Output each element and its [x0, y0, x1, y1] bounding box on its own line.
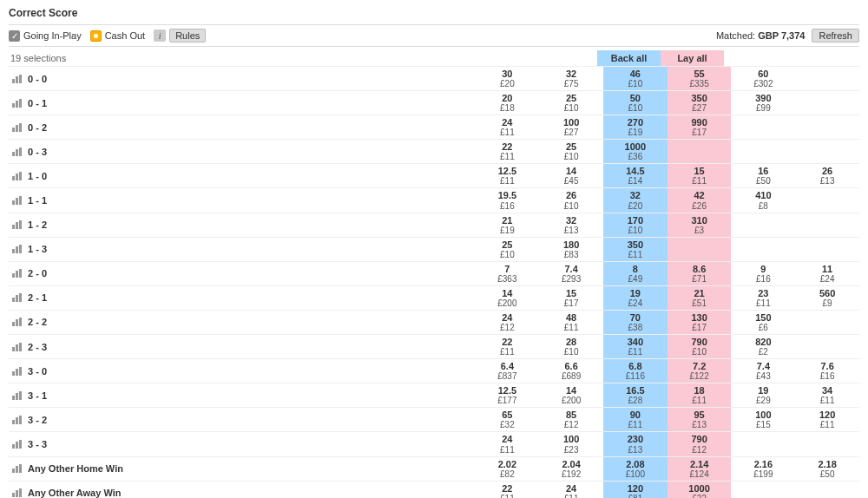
- lay-odds-cell[interactable]: 790£12: [667, 432, 732, 456]
- lay-odds-cell[interactable]: 350£27: [667, 91, 732, 115]
- chart-icon[interactable]: [12, 464, 23, 473]
- back-odds-cell[interactable]: 24£11: [475, 432, 539, 456]
- lay-odds-cell[interactable]: 9£16: [731, 261, 795, 285]
- lay-odds-cell[interactable]: 1000£22: [667, 481, 732, 498]
- back-odds-cell[interactable]: 70£38: [603, 310, 667, 334]
- chart-icon[interactable]: [12, 123, 23, 132]
- refresh-button[interactable]: Refresh: [812, 29, 859, 43]
- back-odds-cell[interactable]: 120£81: [603, 481, 667, 498]
- back-odds-cell[interactable]: 100£23: [539, 432, 603, 456]
- lay-odds-cell[interactable]: 19£29: [731, 383, 795, 408]
- lay-odds-cell[interactable]: 15£11: [667, 164, 732, 188]
- back-odds-cell[interactable]: 8£49: [603, 261, 667, 285]
- back-odds-cell[interactable]: 12.5£177: [475, 383, 539, 408]
- back-odds-cell[interactable]: 14.5£14: [603, 164, 667, 188]
- back-odds-cell[interactable]: 32£75: [539, 67, 603, 91]
- back-odds-cell[interactable]: 90£11: [603, 408, 667, 432]
- back-odds-cell[interactable]: 22£11: [475, 335, 539, 359]
- lay-odds-cell[interactable]: 130£17: [667, 310, 732, 334]
- rules-button[interactable]: Rules: [169, 29, 206, 43]
- lay-odds-cell[interactable]: 42£26: [667, 188, 732, 213]
- chart-icon[interactable]: [12, 196, 23, 205]
- lay-odds-cell[interactable]: 2.18£50: [795, 456, 859, 481]
- back-odds-cell[interactable]: 24£12: [475, 310, 539, 334]
- back-odds-cell[interactable]: 12.5£11: [475, 164, 539, 188]
- lay-odds-cell[interactable]: 120£11: [795, 408, 859, 432]
- lay-odds-cell[interactable]: 7.4£43: [731, 359, 795, 383]
- lay-odds-cell[interactable]: 21£51: [667, 285, 732, 310]
- back-odds-cell[interactable]: 24£11: [475, 115, 539, 140]
- rules-chip[interactable]: i Rules: [154, 29, 206, 43]
- back-odds-cell[interactable]: 14£200: [539, 383, 603, 408]
- back-odds-cell[interactable]: 7.4£293: [539, 261, 603, 285]
- back-odds-cell[interactable]: 2.08£100: [603, 456, 667, 481]
- lay-odds-cell[interactable]: 18£11: [667, 383, 732, 408]
- lay-odds-cell[interactable]: 990£17: [667, 115, 732, 140]
- lay-all-button[interactable]: Lay all: [661, 50, 724, 66]
- chart-icon[interactable]: [12, 367, 23, 376]
- lay-odds-cell[interactable]: 2.16£199: [731, 456, 795, 481]
- back-odds-cell[interactable]: 100£27: [539, 115, 603, 140]
- back-odds-cell[interactable]: 50£10: [603, 91, 667, 115]
- back-odds-cell[interactable]: 19.5£16: [475, 188, 539, 213]
- lay-odds-cell[interactable]: 16£50: [731, 164, 795, 188]
- back-odds-cell[interactable]: 230£13: [603, 432, 667, 456]
- lay-odds-cell[interactable]: 11£24: [795, 261, 859, 285]
- lay-odds-cell[interactable]: 820£2: [731, 335, 795, 359]
- back-odds-cell[interactable]: 46£10: [603, 67, 667, 91]
- back-odds-cell[interactable]: 350£11: [603, 237, 667, 261]
- back-odds-cell[interactable]: 19£24: [603, 285, 667, 310]
- back-odds-cell[interactable]: 6.4£837: [475, 359, 539, 383]
- lay-odds-cell[interactable]: 26£13: [795, 164, 859, 188]
- lay-odds-cell[interactable]: 410£8: [731, 188, 795, 213]
- chart-icon[interactable]: [12, 391, 23, 400]
- chart-icon[interactable]: [12, 172, 23, 180]
- back-odds-cell[interactable]: 85£12: [539, 408, 603, 432]
- lay-odds-cell[interactable]: 95£13: [667, 408, 732, 432]
- chart-icon[interactable]: [12, 416, 23, 424]
- chart-icon[interactable]: [12, 269, 23, 278]
- back-odds-cell[interactable]: 25£10: [539, 91, 603, 115]
- back-all-button[interactable]: Back all: [597, 50, 661, 66]
- lay-odds-cell[interactable]: 7.2£122: [667, 359, 732, 383]
- back-odds-cell[interactable]: 25£10: [475, 237, 539, 261]
- back-odds-cell[interactable]: 7£363: [475, 261, 539, 285]
- back-odds-cell[interactable]: 32£13: [539, 213, 603, 237]
- back-odds-cell[interactable]: 1000£36: [603, 140, 667, 164]
- lay-odds-cell[interactable]: 2.14£124: [667, 456, 732, 481]
- back-odds-cell[interactable]: 2.02£82: [475, 456, 539, 481]
- back-odds-cell[interactable]: 270£19: [603, 115, 667, 140]
- back-odds-cell[interactable]: 20£18: [475, 91, 539, 115]
- back-odds-cell[interactable]: 6.6£689: [539, 359, 603, 383]
- chart-icon[interactable]: [12, 440, 23, 449]
- back-odds-cell[interactable]: 180£83: [539, 237, 603, 261]
- lay-odds-cell[interactable]: 60£302: [731, 67, 795, 91]
- back-odds-cell[interactable]: 15£17: [539, 285, 603, 310]
- back-odds-cell[interactable]: 25£10: [539, 140, 603, 164]
- back-odds-cell[interactable]: 28£10: [539, 335, 603, 359]
- back-odds-cell[interactable]: 14£200: [475, 285, 539, 310]
- lay-odds-cell[interactable]: 560£9: [795, 285, 859, 310]
- back-odds-cell[interactable]: 170£10: [603, 213, 667, 237]
- lay-odds-cell[interactable]: 790£10: [667, 335, 732, 359]
- back-odds-cell[interactable]: 30£20: [475, 67, 539, 91]
- back-odds-cell[interactable]: 24£11: [539, 481, 603, 498]
- lay-odds-cell[interactable]: 55£335: [667, 67, 732, 91]
- back-odds-cell[interactable]: 2.04£192: [539, 456, 603, 481]
- back-odds-cell[interactable]: 22£11: [475, 481, 539, 498]
- back-odds-cell[interactable]: 22£11: [475, 140, 539, 164]
- lay-odds-cell[interactable]: 23£11: [731, 285, 795, 310]
- back-odds-cell[interactable]: 6.8£116: [603, 359, 667, 383]
- chart-icon[interactable]: [12, 488, 23, 497]
- chart-icon[interactable]: [12, 293, 23, 302]
- lay-odds-cell[interactable]: 7.6£16: [795, 359, 859, 383]
- chart-icon[interactable]: [12, 75, 23, 83]
- back-odds-cell[interactable]: 21£19: [475, 213, 539, 237]
- chart-icon[interactable]: [12, 147, 23, 156]
- back-odds-cell[interactable]: 340£11: [603, 335, 667, 359]
- back-odds-cell[interactable]: 48£11: [539, 310, 603, 334]
- lay-odds-cell[interactable]: 390£99: [731, 91, 795, 115]
- chart-icon[interactable]: [12, 99, 23, 108]
- back-odds-cell[interactable]: 65£32: [475, 408, 539, 432]
- lay-odds-cell[interactable]: 100£15: [731, 408, 795, 432]
